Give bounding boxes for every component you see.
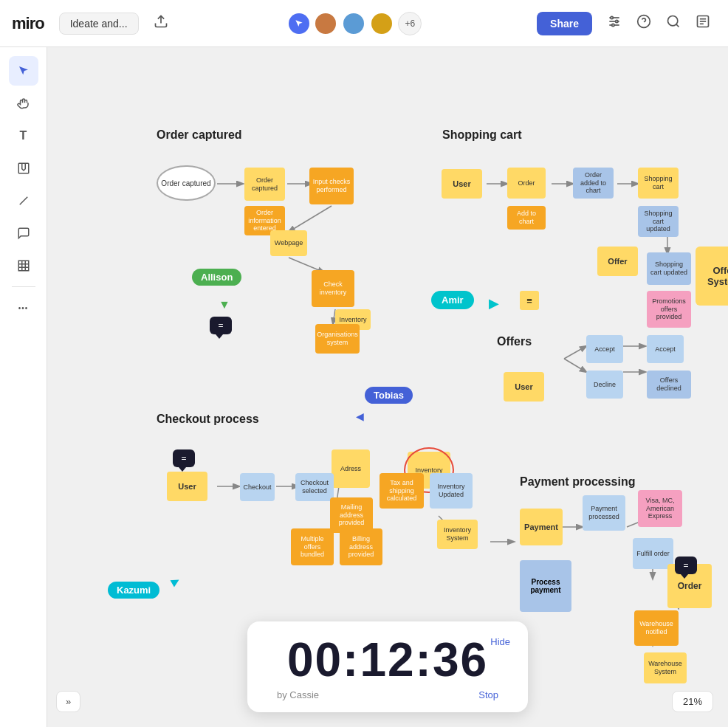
notes-icon[interactable] (690, 10, 716, 37)
ellipse-label: Order captured (161, 179, 210, 187)
hand-tool[interactable] (9, 89, 38, 118)
sticky-checkout[interactable]: Checkout (240, 473, 275, 501)
section-payment: Payment processing (520, 475, 636, 489)
svg-point-9 (668, 16, 678, 26)
share-button[interactable]: Share (537, 12, 592, 35)
timer-panel: 00:12:36 Hide by Cassie Stop (247, 621, 528, 712)
sticky-inv-system[interactable]: Inventory System (437, 520, 478, 549)
timer-stop-button[interactable]: Stop (478, 689, 498, 700)
timer-hide-button[interactable]: Hide (490, 636, 510, 647)
order-captured-ellipse[interactable]: Order captured (157, 165, 216, 201)
bottom-nav[interactable]: » (56, 691, 80, 712)
sticky-sc-updated[interactable]: Shopping cart updated (638, 206, 679, 237)
offer-system-label: Offer System (696, 265, 728, 287)
kazumi-arrow: ▶ (169, 573, 182, 588)
svg-line-31 (564, 346, 586, 359)
svg-line-24 (289, 206, 332, 232)
allison-cursor: Allison (192, 269, 241, 286)
sticky-decline[interactable]: Decline (586, 371, 623, 399)
collaborators-bar: +6 (183, 12, 529, 35)
sticky-accept[interactable]: Accept (586, 335, 623, 363)
kazumi-cursor: Kazumi (108, 582, 159, 599)
avatar-3[interactable] (370, 12, 394, 35)
sticky-address[interactable]: Adress (332, 449, 370, 488)
allison-name: Allison (192, 269, 241, 286)
user-node-shopping[interactable]: User (442, 169, 482, 199)
sticky-visa[interactable]: Visa, MC, American Express (638, 490, 682, 527)
select-tool[interactable] (9, 56, 38, 86)
sticky-sc-top[interactable]: Shopping cart (638, 168, 679, 199)
allison-arrow: ▼ (219, 298, 230, 311)
section-shopping-cart: Shopping cart (442, 128, 522, 142)
help-icon[interactable] (631, 10, 657, 37)
search-icon[interactable] (660, 10, 687, 37)
allison-comment[interactable]: = (210, 317, 232, 334)
order-comment[interactable]: = (675, 557, 697, 574)
header-icons (601, 10, 716, 37)
offer-node[interactable]: Offer (597, 247, 638, 276)
user-node-checkout[interactable]: User (167, 472, 207, 501)
miro-logo: miro (12, 14, 44, 33)
sticky-mailing[interactable]: Mailing address provided (330, 497, 373, 533)
kazumi-name: Kazumi (108, 582, 159, 599)
frame-tool[interactable] (9, 251, 38, 280)
sticky-warehouse-system[interactable]: Warehouse System (644, 652, 687, 683)
sticky-offer-updated[interactable]: Shopping cart updated (647, 252, 691, 285)
header: miro Ideate and... +6 Share (0, 0, 728, 47)
sticky-add-to-chart[interactable]: Add to chart (507, 206, 546, 230)
main-canvas[interactable]: Order captured Order captured Order capt… (47, 47, 728, 727)
upload-button[interactable] (148, 8, 174, 38)
sticky-order-captured[interactable]: Order captured (244, 168, 285, 201)
sticky-inv-updated[interactable]: Inventory Updated (430, 473, 473, 509)
sticky-input-checks[interactable]: Input checks performed (309, 168, 354, 204)
svg-point-5 (616, 20, 618, 22)
avatar-2[interactable] (342, 12, 365, 35)
process-payment-box[interactable]: Process payment (520, 560, 571, 612)
settings-icon[interactable] (601, 10, 628, 37)
svg-point-4 (611, 16, 613, 18)
sticky-multiple-offers[interactable]: Multiple offers bundled (291, 528, 334, 565)
section-offers: Offers (497, 335, 532, 348)
tobias-name: Tobias (365, 387, 413, 404)
comment-tool[interactable] (9, 218, 38, 248)
svg-line-10 (676, 24, 679, 27)
sticky-payment-processed[interactable]: Payment processed (583, 495, 625, 531)
section-order-captured: Order captured (157, 128, 242, 142)
sticky-offers-declined[interactable]: Offers declined (647, 371, 691, 399)
timer-by: by Cassie (277, 689, 319, 700)
zoom-level[interactable]: 21% (672, 691, 713, 712)
tobias-arrow: ◀ (356, 410, 364, 422)
sticky-warehouse-notified[interactable]: Warehouse notified (634, 610, 679, 646)
sticky-billing[interactable]: Billing address provided (340, 528, 382, 565)
tobias-cursor: Tobias (365, 387, 413, 404)
more-tools[interactable]: ••• (9, 293, 38, 323)
sticky-organisations[interactable]: Organisations system (315, 324, 360, 354)
svg-point-6 (612, 24, 614, 26)
sticky-order-sc[interactable]: Order (507, 168, 546, 199)
offer-system-box[interactable]: Offer System (696, 247, 728, 306)
sticky-webpage[interactable]: Webpage (270, 230, 307, 256)
sticky-note-tool[interactable] (9, 154, 38, 183)
sticky-checkout-selected[interactable]: Checkout selected (295, 473, 334, 501)
checkout-comment[interactable]: = (173, 449, 195, 467)
board-title[interactable]: Ideate and... (59, 13, 139, 35)
text-tool[interactable]: T (9, 121, 38, 151)
timer-footer: by Cassie Stop (277, 689, 498, 700)
amir-sticky[interactable]: ≡ (520, 291, 539, 310)
user-node-offers[interactable]: User (504, 372, 544, 402)
line-tool[interactable] (9, 186, 38, 216)
tool-separator (12, 286, 35, 287)
sticky-tax-shipping[interactable]: Tax and shipping calculated (380, 473, 424, 509)
section-checkout: Checkout process (157, 413, 259, 426)
payment-node[interactable]: Payment (520, 509, 563, 545)
sticky-order-added[interactable]: Order added to chart (573, 168, 614, 199)
sticky-accept-result[interactable]: Accept (647, 335, 684, 363)
svg-rect-15 (18, 163, 29, 173)
sticky-promotions[interactable]: Promotions offers provided (647, 291, 691, 328)
sticky-check-inventory[interactable]: Check inventory (312, 270, 354, 307)
nav-chevrons[interactable]: » (66, 696, 71, 707)
amir-cursor: Amir (431, 291, 474, 309)
extra-avatars[interactable]: +6 (398, 12, 422, 35)
canvas-wrapper: T ••• (0, 47, 728, 727)
avatar-1[interactable] (314, 12, 337, 35)
